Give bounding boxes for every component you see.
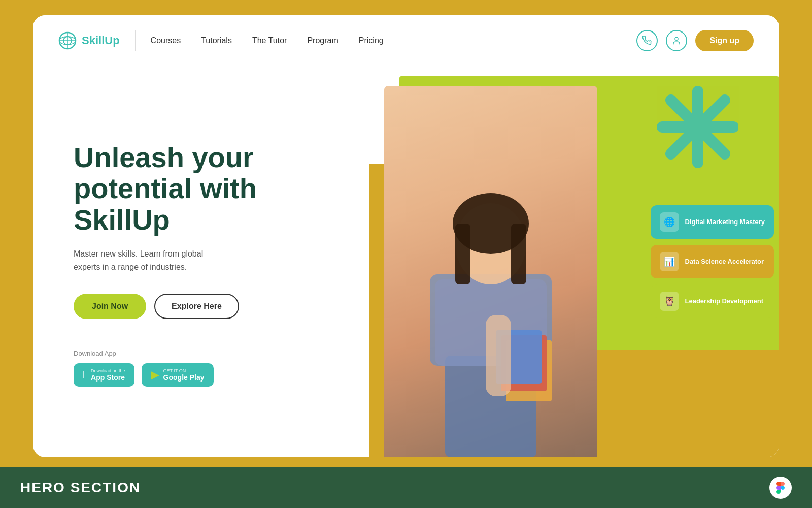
google-play-small: GET IT ON: [163, 368, 186, 373]
person-silhouette: [384, 86, 597, 458]
nav-item-program[interactable]: Program: [307, 36, 338, 45]
logo: SkillUp: [58, 31, 120, 50]
logo-icon: [58, 31, 77, 50]
user-button[interactable]: [666, 30, 687, 51]
google-play-large: Google Play: [163, 373, 205, 382]
hero-left: Unleash your potential with SkillUp Mast…: [33, 66, 369, 457]
app-store-small: Download on the: [91, 368, 125, 373]
apple-icon: : [83, 368, 87, 382]
bottom-bar: HERO SECTION: [0, 467, 812, 508]
app-store-button[interactable]:  Download on the App Store: [74, 363, 134, 387]
app-store-large: App Store: [91, 373, 125, 382]
person-image: [384, 66, 597, 457]
navbar: SkillUp Courses Tutorials The Tutor Prog…: [33, 15, 779, 66]
explore-here-button[interactable]: Explore Here: [154, 294, 239, 319]
svg-point-5: [675, 37, 678, 40]
phone-button[interactable]: [636, 30, 658, 51]
signup-button[interactable]: Sign up: [695, 30, 754, 51]
nav-item-tutor[interactable]: The Tutor: [252, 36, 287, 45]
main-card: SkillUp Courses Tutorials The Tutor Prog…: [33, 15, 779, 457]
svg-rect-17: [511, 224, 526, 284]
course-card-data-science: 📊 Data Science Accelerator: [651, 245, 774, 278]
nav-item-pricing[interactable]: Pricing: [359, 36, 384, 45]
join-now-button[interactable]: Join Now: [74, 294, 146, 319]
google-play-icon: ▶: [151, 368, 159, 382]
data-science-label: Data Science Accelerator: [685, 258, 764, 266]
store-buttons:  Download on the App Store ▶ GET IT ON …: [74, 363, 344, 387]
hero-subtitle: Master new skills. Learn from global exp…: [74, 247, 226, 273]
data-science-icon: 📊: [660, 252, 679, 271]
hero-content: Unleash your potential with SkillUp Mast…: [33, 66, 779, 457]
svg-rect-16: [455, 224, 470, 284]
nav-links: Courses Tutorials The Tutor Program Pric…: [151, 36, 637, 45]
nav-divider: [135, 30, 136, 51]
course-card-digital-marketing: 🌐 Digital Marketing Mastery: [651, 205, 774, 239]
phone-icon: [642, 36, 652, 45]
user-icon: [672, 36, 681, 45]
svg-rect-21: [486, 315, 511, 396]
logo-text: SkillUp: [82, 34, 120, 47]
nav-actions: Sign up: [636, 30, 754, 51]
leadership-icon: 🦉: [660, 292, 679, 311]
hero-title: Unleash your potential with SkillUp: [74, 142, 344, 236]
hero-right: 🌐 Digital Marketing Mastery 📊 Data Scien…: [369, 66, 780, 457]
asterisk-decoration: [657, 86, 738, 168]
digital-marketing-label: Digital Marketing Mastery: [685, 218, 765, 227]
course-card-leadership: 🦉 Leadership Development: [651, 284, 774, 318]
nav-item-tutorials[interactable]: Tutorials: [201, 36, 232, 45]
google-play-button[interactable]: ▶ GET IT ON Google Play: [142, 363, 214, 387]
nav-item-courses[interactable]: Courses: [151, 36, 181, 45]
course-cards: 🌐 Digital Marketing Mastery 📊 Data Scien…: [651, 205, 774, 318]
digital-marketing-icon: 🌐: [660, 212, 679, 232]
bottom-bar-title: HERO SECTION: [20, 480, 141, 496]
hero-buttons: Join Now Explore Here: [74, 294, 344, 319]
figma-icon: [769, 477, 792, 499]
download-label: Download App: [74, 350, 344, 357]
leadership-label: Leadership Development: [685, 297, 764, 306]
